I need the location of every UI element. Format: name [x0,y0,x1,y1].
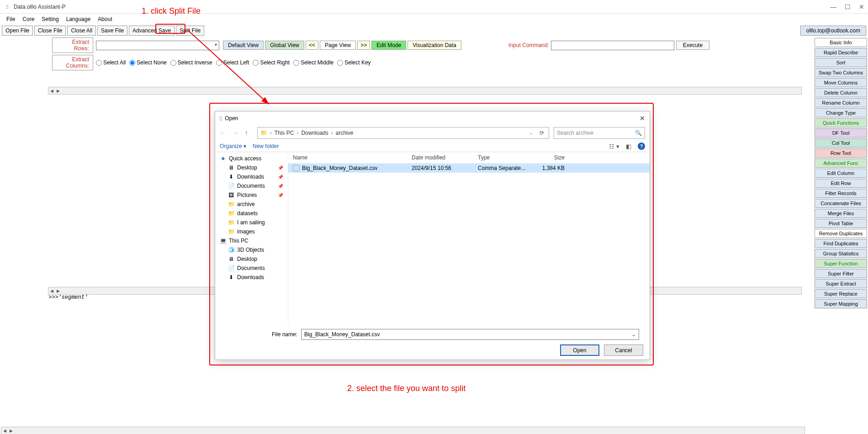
dialog-close-icon[interactable]: ✕ [640,115,645,122]
super-function-button[interactable]: Super Function [815,259,867,268]
nav-archive[interactable]: 📁archive [215,200,288,209]
menu-setting[interactable]: Setting [38,15,62,23]
group-statistics-button[interactable]: Group Statistics [815,249,867,258]
radio-select-middle[interactable]: Select Middle [293,59,333,66]
delete-column-button[interactable]: Delete Column [815,88,867,97]
default-view-button[interactable]: Default View [223,41,264,50]
advanced-func-button[interactable]: Advanced Func [815,159,867,168]
close-file-button[interactable]: Close File [34,26,66,36]
remove-duplicates-button[interactable]: Remove Duplicates [815,229,867,238]
nav-documents[interactable]: 📄Documents📌 [215,181,288,191]
nav-downloads[interactable]: ⬇Downloads [215,273,288,282]
nav-pictures[interactable]: 🖼Pictures📌 [215,191,288,200]
radio-select-none[interactable]: Select None [129,59,166,66]
df-tool-button[interactable]: DF Tool [815,128,867,138]
nav-documents[interactable]: 📄Documents [215,264,288,273]
edit-mode-button[interactable]: Edit Mode [371,41,406,50]
split-file-button[interactable]: Split File [176,26,204,36]
prev-page-button[interactable]: << [306,41,318,50]
nav-downloads[interactable]: ⬇Downloads📌 [215,172,288,181]
crumb-downloads[interactable]: Downloads [301,130,328,136]
close-icon[interactable]: ✕ [859,3,864,11]
address-bar[interactable]: 📁 › This PC › Downloads › archive ⌄ ⟳ [257,127,549,139]
swap-two-columns-button[interactable]: Swap Two Columns [815,68,867,77]
rename-column-button[interactable]: Rename Column [815,98,867,107]
upper-hscroll[interactable]: ◀▶ [48,87,802,95]
crumb-thispc[interactable]: This PC [275,130,294,136]
cancel-button[interactable]: Cancel [604,344,643,356]
pivot-table-button[interactable]: Pivot Table [815,219,867,228]
global-view-button[interactable]: Global View [265,41,304,50]
col-date[interactable]: Date modified [412,154,478,161]
nav-images[interactable]: 📁images [215,227,288,236]
open-file-button[interactable]: Open File [2,26,33,36]
search-input[interactable]: Search archive 🔍 [554,127,645,139]
refresh-icon[interactable]: ⟳ [538,129,546,137]
save-file-button[interactable]: Save File [97,26,127,36]
nav-3d-objects[interactable]: 🧊3D Objects [215,245,288,254]
col-name[interactable]: Name [293,154,412,161]
radio-select-left[interactable]: Select Left [216,59,249,66]
file-row-selected[interactable]: Big_Black_Money_Dataset.csv 2024/9/15 10… [288,164,650,173]
col-size[interactable]: Size [533,154,565,161]
concatenate-files-button[interactable]: Concatenate Files [815,199,867,208]
nav-datasets[interactable]: 📁datasets [215,209,288,218]
organize-menu[interactable]: Organize ▾ [220,143,246,149]
radio-select-key[interactable]: Select Key [337,59,370,66]
execute-button[interactable]: Execute [676,41,709,50]
menu-core[interactable]: Core [19,15,38,23]
merge-files-button[interactable]: Merge Files [815,209,867,218]
menu-file[interactable]: File [3,15,19,23]
nav-this-pc[interactable]: 💻This PC [215,236,288,245]
nav-desktop[interactable]: 🖥Desktop [215,254,288,264]
maximize-icon[interactable]: ☐ [845,3,851,11]
preview-pane-icon[interactable]: ◧ [626,143,631,150]
row-tool-button[interactable]: Row Tool [815,148,867,158]
close-all-button[interactable]: Close All [67,26,96,36]
crumb-archive[interactable]: archive [336,130,354,136]
nav-quick-access[interactable]: ★Quick access [215,154,288,163]
back-icon[interactable]: ← [220,129,226,137]
extract-rows-select[interactable] [96,41,219,50]
find-duplicates-button[interactable]: Find Duplicates [815,239,867,248]
up-icon[interactable]: ↑ [245,129,248,137]
menu-about[interactable]: About [94,15,116,23]
account-badge[interactable]: olllo.top@outlook.com [800,26,866,36]
nav-tree[interactable]: ★Quick access🖥Desktop📌⬇Downloads📌📄Docume… [215,152,288,325]
col-tool-button[interactable]: Col Tool [815,138,867,148]
help-icon[interactable]: ? [638,143,645,150]
page-view-button[interactable]: Page View [320,41,356,50]
super-mapping-button[interactable]: Super Mapping [815,299,867,308]
super-filter-button[interactable]: Super Filter [815,269,867,278]
radio-select-all[interactable]: Select All [96,59,126,66]
rapid-describe-button[interactable]: Rapid Describe [815,48,867,57]
view-options-icon[interactable]: ☷ ▾ [609,143,619,150]
input-command-field[interactable] [551,41,674,50]
nav-i-am-sailing[interactable]: 📁I am sailing [215,218,288,227]
forward-icon[interactable]: → [232,129,238,137]
visualization-data-button[interactable]: Visualization Data [408,41,461,50]
edit-row-button[interactable]: Edit Row [815,179,867,188]
move-columns-button[interactable]: Move Columns [815,78,867,87]
filter-records-button[interactable]: Filter Records [815,189,867,198]
minimize-icon[interactable]: — [830,3,836,11]
super-replace-button[interactable]: Super Replace [815,289,867,298]
next-page-button[interactable]: >> [357,41,370,50]
nav-desktop[interactable]: 🖥Desktop📌 [215,163,288,172]
advanced-save-button[interactable]: Advanced Save [129,26,175,36]
new-folder-button[interactable]: New folder [253,143,279,149]
bottom-hscroll[interactable]: ◀▶ [1,427,805,434]
open-button[interactable]: Open [560,344,599,356]
radio-select-right[interactable]: Select Right [253,59,290,66]
change-type-button[interactable]: Change Type [815,108,867,117]
super-extract-button[interactable]: Super Extract [815,279,867,288]
quick-functions-button[interactable]: Quick Functions [815,118,867,127]
col-type[interactable]: Type [478,154,533,161]
menu-language[interactable]: Language [63,15,94,23]
basic-info-button[interactable]: Basic Info [815,38,867,47]
radio-select-inverse[interactable]: Select Inverse [170,59,212,66]
sort-button[interactable]: Sort [815,58,867,67]
address-dropdown-icon[interactable]: ⌄ [528,130,535,136]
edit-column-button[interactable]: Edit Column [815,169,867,178]
file-name-input[interactable]: Big_Black_Money_Dataset.csv [301,329,639,340]
